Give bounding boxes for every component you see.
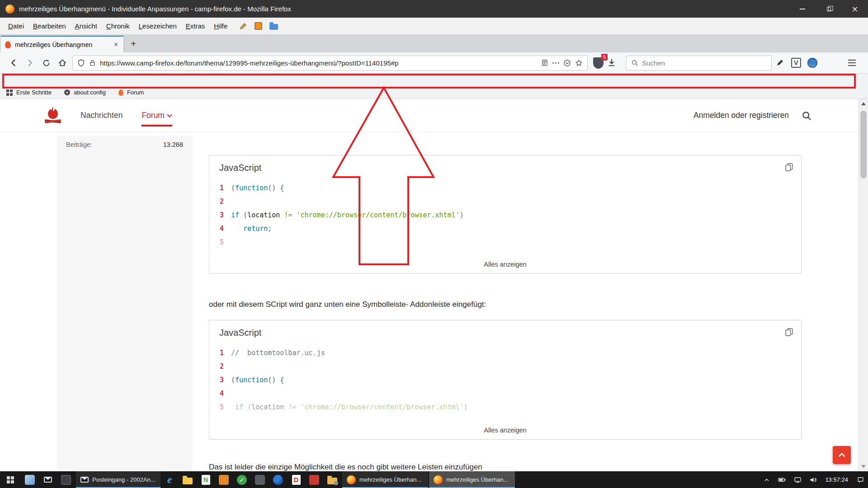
new-tab-button[interactable]: + bbox=[127, 37, 140, 51]
bookmark-star-icon[interactable] bbox=[575, 59, 583, 67]
antivirus-check-icon: ✓ bbox=[237, 475, 247, 485]
mail-envelope-icon[interactable] bbox=[39, 471, 57, 488]
notepad-icon[interactable]: N bbox=[197, 471, 215, 488]
bookmark-item[interactable]: Erste Schritte bbox=[6, 89, 52, 96]
restore-button[interactable] bbox=[816, 0, 842, 18]
app-icon-orange bbox=[219, 475, 229, 485]
line-number: 3 bbox=[209, 211, 231, 219]
menu-bearbeiten[interactable]: Bearbeiten bbox=[28, 20, 71, 32]
battery-indicator[interactable] bbox=[774, 471, 790, 488]
tracking-shield-icon[interactable] bbox=[77, 59, 85, 67]
blue-folder-icon[interactable] bbox=[269, 24, 278, 30]
code-line: 5 bbox=[209, 235, 801, 249]
gear-icon bbox=[64, 89, 70, 95]
menu-extras[interactable]: Extras bbox=[181, 20, 210, 32]
scrollbar-up-arrow[interactable] bbox=[861, 102, 866, 105]
menu-hilfe[interactable]: Hilfe bbox=[209, 20, 232, 32]
search-bar[interactable]: Suchen bbox=[626, 56, 772, 70]
show-all-link[interactable]: Alles anzeigen bbox=[209, 256, 801, 273]
reload-button[interactable] bbox=[38, 55, 54, 71]
code-line: 3(function() { bbox=[209, 373, 801, 387]
display-settings[interactable] bbox=[790, 471, 805, 488]
menu-lesezeichen[interactable]: Lesezeichen bbox=[134, 20, 181, 32]
firefox-icon bbox=[5, 5, 14, 14]
line-number: 2 bbox=[209, 362, 231, 371]
taskbar-mail-window[interactable]: Posteingang - 2002An... bbox=[76, 471, 160, 488]
taskbar-clock[interactable]: 13:57:24 bbox=[821, 476, 853, 483]
copy-icon[interactable] bbox=[784, 327, 794, 337]
thunderbird-icon[interactable] bbox=[269, 471, 287, 488]
page-actions-icon[interactable] bbox=[552, 62, 559, 64]
pocket-icon[interactable] bbox=[563, 59, 571, 67]
action-center-button[interactable] bbox=[853, 471, 868, 488]
code-block-javascript: JavaScript 1// bottomtoolbar.uc.js23(fun… bbox=[209, 320, 802, 440]
close-icon: × bbox=[851, 5, 858, 13]
menu-chronik[interactable]: Chronik bbox=[102, 20, 134, 32]
scrollbar-thumb[interactable] bbox=[860, 111, 867, 178]
line-number: 5 bbox=[209, 238, 231, 246]
menu-datei[interactable]: Datei bbox=[4, 20, 28, 32]
reader-mode-icon[interactable] bbox=[541, 59, 548, 66]
copy-icon[interactable] bbox=[784, 162, 794, 172]
search-icon bbox=[631, 59, 638, 66]
extension-badge: 5 bbox=[601, 54, 608, 61]
app-icon-dark[interactable] bbox=[57, 471, 75, 488]
tab-close-icon[interactable]: × bbox=[113, 41, 119, 48]
post-bottom-text: Das ist leider die einzige Möglichkeit d… bbox=[209, 463, 802, 471]
globe-extension-button[interactable] bbox=[804, 55, 821, 71]
pencil-icon[interactable] bbox=[239, 22, 247, 30]
taskbar-firefox-window[interactable]: mehrzeiliges Überhan... bbox=[342, 471, 428, 488]
window-title: mehrzeiliges Überhangmenü - Individuelle… bbox=[19, 5, 291, 13]
line-number: 1 bbox=[209, 184, 231, 192]
line-number: 1 bbox=[209, 349, 231, 357]
tab-label: mehrzeiliges Überhangmen bbox=[15, 41, 108, 48]
close-button[interactable]: × bbox=[842, 0, 868, 18]
taskbar-firefox-window[interactable]: mehrzeiliges Überhan... bbox=[429, 471, 515, 488]
start-button[interactable] bbox=[0, 471, 21, 488]
explorer-folder-icon[interactable] bbox=[179, 471, 197, 488]
back-button[interactable] bbox=[5, 55, 22, 71]
nav-item-nachrichten[interactable]: Nachrichten bbox=[80, 111, 123, 120]
app-icon-orange[interactable] bbox=[215, 471, 233, 488]
site-search-icon[interactable] bbox=[802, 111, 811, 121]
app-icon-red[interactable] bbox=[305, 471, 323, 488]
menu-ansicht[interactable]: Ansicht bbox=[71, 20, 102, 32]
pen-extension-button[interactable] bbox=[772, 55, 788, 71]
scrollbar-down-arrow[interactable] bbox=[861, 465, 866, 468]
page-content: Nachrichten Forum Anmelden oder registri… bbox=[0, 99, 859, 471]
v-extension-button[interactable]: V bbox=[788, 55, 804, 71]
tray-expand-button[interactable] bbox=[759, 471, 774, 488]
adblock-extension-button[interactable]: 5 bbox=[593, 57, 604, 69]
restore-icon bbox=[827, 7, 831, 11]
grid-icon bbox=[6, 89, 13, 96]
extension-orange-icon[interactable] bbox=[255, 22, 262, 30]
app-icon-gray[interactable] bbox=[251, 471, 269, 488]
nav-item-forum[interactable]: Forum bbox=[142, 111, 171, 120]
toolbar-region: Erste Schritteabout:configForum bbox=[0, 74, 868, 99]
antivirus-check-icon[interactable]: ✓ bbox=[233, 471, 251, 488]
forward-button[interactable] bbox=[22, 55, 38, 71]
menu-button[interactable] bbox=[844, 55, 860, 71]
folder-gear-icon[interactable] bbox=[323, 471, 341, 488]
code-lines: 1// bottomtoolbar.uc.js23(function() {45… bbox=[209, 346, 801, 414]
url-bar[interactable]: https://www.camp-firefox.de/forum/thema/… bbox=[72, 56, 588, 70]
volume-control[interactable] bbox=[805, 471, 821, 488]
app-icon-d[interactable]: D bbox=[287, 471, 305, 488]
minimize-button[interactable] bbox=[789, 0, 816, 18]
bookmark-item[interactable]: about:config bbox=[64, 89, 106, 96]
campfire-logo[interactable] bbox=[42, 105, 63, 126]
line-number: 4 bbox=[209, 225, 231, 233]
bookmark-item[interactable]: Forum bbox=[118, 89, 144, 96]
line-number: 3 bbox=[209, 376, 231, 384]
app-icon-blue[interactable] bbox=[21, 471, 39, 488]
edge-icon[interactable]: e bbox=[160, 471, 179, 488]
browser-scrollbar[interactable] bbox=[859, 99, 868, 471]
home-icon bbox=[58, 58, 67, 67]
lock-icon[interactable] bbox=[89, 59, 96, 66]
scroll-to-top-button[interactable] bbox=[833, 446, 851, 464]
show-all-link[interactable]: Alles anzeigen bbox=[209, 422, 801, 439]
app-icon-d: D bbox=[292, 475, 301, 485]
tab-active[interactable]: mehrzeiliges Überhangmen × bbox=[1, 36, 124, 52]
post-paragraph: oder mit diesem SCript wird ganz unten e… bbox=[209, 300, 802, 309]
home-button[interactable] bbox=[54, 55, 71, 71]
